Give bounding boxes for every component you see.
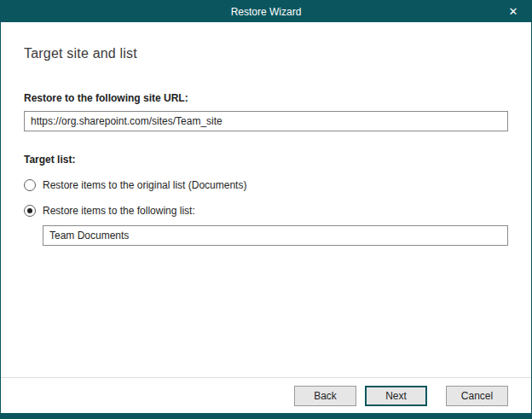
radio-following-list-label: Restore items to the following list: bbox=[43, 205, 195, 217]
window-bottom-border bbox=[1, 413, 531, 418]
radio-original-list-circle[interactable] bbox=[24, 179, 36, 191]
page-title: Target site and list bbox=[24, 46, 508, 61]
radio-original-list-label: Restore items to the original list (Docu… bbox=[43, 179, 246, 191]
next-button[interactable]: Next bbox=[365, 386, 427, 406]
target-list-label: Target list: bbox=[24, 154, 508, 166]
site-url-input[interactable] bbox=[24, 111, 508, 131]
titlebar[interactable]: Restore Wizard ✕ bbox=[1, 1, 531, 22]
back-button[interactable]: Back bbox=[294, 386, 356, 406]
close-icon[interactable]: ✕ bbox=[495, 1, 531, 22]
site-url-label: Restore to the following site URL: bbox=[24, 92, 508, 104]
wizard-footer: Back Next Cancel bbox=[1, 377, 531, 413]
list-name-input[interactable] bbox=[43, 225, 508, 246]
radio-original-list[interactable]: Restore items to the original list (Docu… bbox=[24, 179, 508, 191]
restore-wizard-window: Restore Wizard ✕ Target site and list Re… bbox=[0, 0, 532, 419]
radio-following-list-circle[interactable] bbox=[24, 205, 36, 217]
window-title: Restore Wizard bbox=[231, 6, 302, 18]
cancel-button[interactable]: Cancel bbox=[446, 386, 508, 406]
radio-following-list[interactable]: Restore items to the following list: bbox=[24, 205, 508, 217]
wizard-content: Target site and list Restore to the foll… bbox=[1, 22, 531, 246]
list-name-field-wrap bbox=[43, 225, 508, 246]
